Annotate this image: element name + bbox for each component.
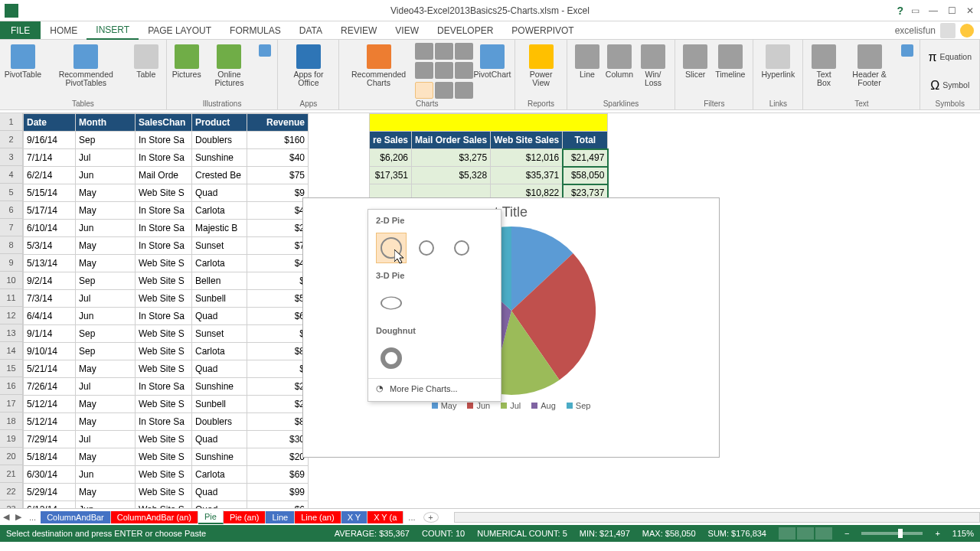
table-row[interactable]: 5/18/14MayWeb Site SSunshine$20 [24,448,309,466]
table-row[interactable]: 5/13/14MayWeb Site SCarlota$4 [24,255,309,272]
table-row[interactable]: 9/1/14SepWeb Site SSunset$ [24,325,309,343]
table-row[interactable]: 6/12/14JunWeb Site SQuad$6 [24,501,309,509]
scatter-chart-icon[interactable] [435,82,453,99]
pie-2d-option[interactable] [376,233,407,263]
symbol-button[interactable]: ΩSymbol [927,71,972,99]
row-header[interactable]: 3 [0,148,23,166]
table-button[interactable]: Table [131,43,162,99]
table-row[interactable]: 5/29/14MayWeb Site SQuad$99 [24,484,309,501]
sheet-tab[interactable]: Line [266,511,295,523]
sheet-tab[interactable]: X Y [341,511,368,523]
table-row[interactable]: 7/29/14JulWeb Site SQuad$30 [24,431,309,448]
row-header[interactable]: 1 [0,113,23,131]
sparkline-winloss-button[interactable]: Win/ Loss [636,43,670,99]
pictures-button[interactable]: Pictures [172,43,202,99]
table-row[interactable]: $17,351$5,328$35,371$58,050 [370,167,608,184]
horizontal-scrollbar[interactable] [454,512,980,523]
chart-title[interactable]: t Title [303,198,719,227]
pivotchart-button[interactable]: PivotChart [475,43,510,99]
sheet-tab[interactable]: Line (an) [295,511,341,523]
row-header[interactable]: 7 [0,219,23,236]
row-header[interactable]: 4 [0,166,23,184]
table-row[interactable]: 5/21/14MayWeb Site SQuad$ [24,360,309,378]
table-row[interactable]: 7/3/14JulWeb Site SSunbell$5 [24,290,309,308]
tab-nav-next[interactable]: ▶ [12,512,24,522]
minimize-icon[interactable]: — [926,5,940,16]
add-sheet-button[interactable]: + [423,512,439,523]
table-row[interactable]: 6/10/14JunIn Store SaMajestic B$2 [24,220,309,237]
tab-home[interactable]: HOME [41,22,87,39]
tab-developer[interactable]: DEVELOPER [428,22,502,39]
slicer-button[interactable]: Slicer [680,43,710,99]
column-chart-icon[interactable] [415,43,433,60]
spreadsheet-grid[interactable]: 1234567891011121314151617181920212223 Da… [0,113,980,508]
table-row[interactable]: 6/4/14JunIn Store SaQuad$6 [24,308,309,325]
zoom-slider[interactable] [861,532,923,535]
online-pictures-button[interactable]: Online Pictures [204,43,255,99]
textbox-button[interactable]: Text Box [808,43,840,99]
tab-more-right[interactable]: ... [403,513,420,522]
row-header[interactable]: 18 [0,412,23,430]
account-area[interactable]: excelisfun [895,23,974,38]
sparkline-column-button[interactable]: Column [604,43,635,99]
row-header[interactable]: 12 [0,307,23,324]
apps-for-office-button[interactable]: Apps for Office [283,43,334,99]
sheet-tab[interactable]: ColumnAndBar [41,511,111,523]
equation-button[interactable]: πEquation [925,43,975,71]
header-footer-button[interactable]: Header & Footer [841,43,897,99]
row-header[interactable]: 13 [0,324,23,342]
stock-chart-icon[interactable] [455,43,473,60]
table-row[interactable]: 6/2/14JunMail OrdeCrested Be$75 [24,167,309,184]
row-header[interactable]: 23 [0,500,23,508]
timeline-button[interactable]: Timeline [712,43,748,99]
sheet-tab[interactable]: ColumnAndBar (an) [111,511,198,523]
zoom-level[interactable]: 115% [952,529,974,538]
row-header[interactable]: 20 [0,448,23,465]
doughnut-option[interactable] [376,343,407,373]
row-header[interactable]: 9 [0,254,23,272]
recommended-charts-button[interactable]: Recommended Charts [344,43,413,99]
table-row[interactable]: 9/16/14SepIn Store SaDoublers$160 [24,132,309,149]
row-header[interactable]: 17 [0,395,23,412]
area-chart-icon[interactable] [455,62,473,79]
tab-formulas[interactable]: FORMULAS [220,22,290,39]
tab-more[interactable]: ... [24,513,41,522]
row-header[interactable]: 21 [0,465,23,483]
tab-nav-prev[interactable]: ◀ [0,512,12,522]
page-break-view-icon[interactable] [815,527,832,540]
row-header[interactable]: 5 [0,184,23,201]
tab-review[interactable]: REVIEW [332,22,386,39]
maximize-icon[interactable]: ☐ [945,5,959,16]
bar-of-pie-option[interactable] [446,233,477,263]
smiley-icon[interactable] [960,24,974,37]
pie-3d-option[interactable] [376,288,407,318]
table-row[interactable]: 5/12/14MayIn Store SaDoublers$8 [24,413,309,431]
table-row[interactable]: 6/30/14JunWeb Site SCarlota$69 [24,466,309,484]
recommended-pivottables-button[interactable]: Recommended PivotTables [43,43,129,99]
table-row[interactable]: 9/2/14SepWeb Site SBellen$ [24,272,309,290]
tab-pagelayout[interactable]: PAGE LAYOUT [139,22,220,39]
normal-view-icon[interactable] [779,527,795,540]
help-icon[interactable]: ? [897,5,903,17]
wordart-button[interactable] [899,43,915,99]
line-chart-icon[interactable] [435,62,453,79]
row-header[interactable]: 22 [0,483,23,500]
row-header[interactable]: 8 [0,236,23,254]
table-row[interactable]: 5/17/14MayIn Store SaCarlota$4 [24,202,309,220]
shapes-button[interactable] [256,43,273,99]
sheet-tab[interactable]: Pie (an) [224,511,266,523]
powerview-button[interactable]: Power View [520,43,562,99]
more-pie-charts[interactable]: ◔ More Pie Charts... [368,378,501,398]
table-row[interactable]: 5/15/14MayWeb Site SQuad$9 [24,184,309,202]
pie-of-pie-option[interactable] [411,233,442,263]
row-header[interactable]: 16 [0,377,23,395]
tab-insert[interactable]: INSERT [87,21,139,40]
row-header[interactable]: 14 [0,342,23,360]
table-row[interactable]: 9/10/14SepWeb Site SCarlota$8 [24,343,309,360]
tab-view[interactable]: VIEW [386,22,428,39]
close-icon[interactable]: ✕ [963,5,977,16]
table-row[interactable]: 5/12/14MayWeb Site SSunbell$2 [24,396,309,413]
hierarchy-chart-icon[interactable] [415,62,433,79]
file-tab[interactable]: FILE [0,21,41,39]
chart-object[interactable]: t Title May Jun Jul Aug Sep [302,197,720,458]
